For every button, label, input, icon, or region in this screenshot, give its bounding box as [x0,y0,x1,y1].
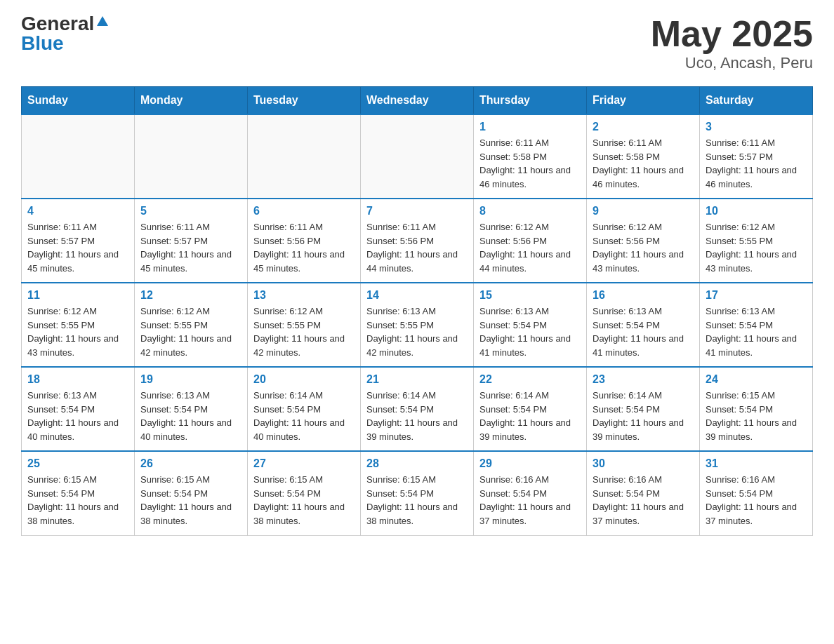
calendar-cell [361,114,474,199]
day-info: Sunrise: 6:11 AM Sunset: 5:57 PM Dayligh… [706,136,807,191]
day-of-week-wednesday: Wednesday [361,87,474,115]
day-number: 22 [479,373,581,386]
calendar-cell: 4Sunrise: 6:11 AM Sunset: 5:57 PM Daylig… [22,199,135,283]
calendar-cell: 10Sunrise: 6:12 AM Sunset: 5:55 PM Dayli… [700,199,813,283]
day-number: 25 [27,457,128,470]
day-info: Sunrise: 6:16 AM Sunset: 5:54 PM Dayligh… [479,473,581,528]
calendar-cell: 7Sunrise: 6:11 AM Sunset: 5:56 PM Daylig… [361,199,474,283]
day-of-week-sunday: Sunday [22,87,135,115]
calendar-table: SundayMondayTuesdayWednesdayThursdayFrid… [21,86,813,536]
calendar-cell: 25Sunrise: 6:15 AM Sunset: 5:54 PM Dayli… [22,451,135,535]
day-info: Sunrise: 6:14 AM Sunset: 5:54 PM Dayligh… [253,389,355,443]
calendar-cell: 19Sunrise: 6:13 AM Sunset: 5:54 PM Dayli… [135,367,248,451]
day-info: Sunrise: 6:13 AM Sunset: 5:54 PM Dayligh… [140,389,241,443]
day-info: Sunrise: 6:11 AM Sunset: 5:56 PM Dayligh… [253,220,355,275]
calendar-cell: 21Sunrise: 6:14 AM Sunset: 5:54 PM Dayli… [361,367,474,451]
calendar-cell: 24Sunrise: 6:15 AM Sunset: 5:54 PM Dayli… [700,367,813,451]
day-of-week-saturday: Saturday [700,87,813,115]
calendar-cell: 8Sunrise: 6:12 AM Sunset: 5:56 PM Daylig… [474,199,587,283]
calendar-cell: 26Sunrise: 6:15 AM Sunset: 5:54 PM Dayli… [135,451,248,535]
day-number: 5 [140,205,241,217]
calendar-cell: 5Sunrise: 6:11 AM Sunset: 5:57 PM Daylig… [135,199,248,283]
day-number: 31 [706,457,807,470]
day-info: Sunrise: 6:13 AM Sunset: 5:54 PM Dayligh… [27,389,128,443]
day-info: Sunrise: 6:11 AM Sunset: 5:57 PM Dayligh… [27,220,128,275]
day-number: 17 [706,289,807,302]
day-info: Sunrise: 6:13 AM Sunset: 5:54 PM Dayligh… [706,304,807,359]
calendar-cell: 23Sunrise: 6:14 AM Sunset: 5:54 PM Dayli… [587,367,700,451]
calendar-cell: 30Sunrise: 6:16 AM Sunset: 5:54 PM Dayli… [587,451,700,535]
day-number: 12 [140,289,241,302]
calendar-cell: 1Sunrise: 6:11 AM Sunset: 5:58 PM Daylig… [474,114,587,199]
day-number: 7 [366,205,468,217]
day-number: 28 [366,457,468,470]
day-info: Sunrise: 6:13 AM Sunset: 5:54 PM Dayligh… [479,304,581,359]
calendar-cell: 17Sunrise: 6:13 AM Sunset: 5:54 PM Dayli… [700,283,813,367]
day-of-week-monday: Monday [135,87,248,115]
calendar-cell: 12Sunrise: 6:12 AM Sunset: 5:55 PM Dayli… [135,283,248,367]
calendar-cell: 16Sunrise: 6:13 AM Sunset: 5:54 PM Dayli… [587,283,700,367]
location-text: Uco, Ancash, Peru [651,54,813,72]
day-info: Sunrise: 6:14 AM Sunset: 5:54 PM Dayligh… [479,389,581,443]
calendar-cell: 28Sunrise: 6:15 AM Sunset: 5:54 PM Dayli… [361,451,474,535]
day-number: 24 [706,373,807,386]
day-info: Sunrise: 6:15 AM Sunset: 5:54 PM Dayligh… [27,473,128,528]
day-info: Sunrise: 6:12 AM Sunset: 5:55 PM Dayligh… [706,220,807,275]
day-info: Sunrise: 6:14 AM Sunset: 5:54 PM Dayligh… [593,389,694,443]
day-number: 27 [253,457,355,470]
calendar-cell: 11Sunrise: 6:12 AM Sunset: 5:55 PM Dayli… [22,283,135,367]
logo: General Blue [21,14,108,53]
page-header: General Blue May 2025 Uco, Ancash, Peru [21,14,813,72]
day-number: 4 [27,205,128,217]
day-number: 1 [479,121,581,133]
calendar-cell: 22Sunrise: 6:14 AM Sunset: 5:54 PM Dayli… [474,367,587,451]
day-info: Sunrise: 6:12 AM Sunset: 5:55 PM Dayligh… [253,304,355,359]
calendar-cell [135,114,248,199]
calendar-cell: 31Sunrise: 6:16 AM Sunset: 5:54 PM Dayli… [700,451,813,535]
day-number: 23 [593,373,694,386]
day-info: Sunrise: 6:16 AM Sunset: 5:54 PM Dayligh… [593,473,694,528]
calendar-cell: 3Sunrise: 6:11 AM Sunset: 5:57 PM Daylig… [700,114,813,199]
day-info: Sunrise: 6:13 AM Sunset: 5:55 PM Dayligh… [366,304,468,359]
day-number: 2 [593,121,694,133]
day-number: 21 [366,373,468,386]
calendar-cell [248,114,361,199]
month-title: May 2025 [651,14,813,54]
day-number: 9 [593,205,694,217]
day-info: Sunrise: 6:13 AM Sunset: 5:54 PM Dayligh… [593,304,694,359]
day-of-week-thursday: Thursday [474,87,587,115]
day-info: Sunrise: 6:15 AM Sunset: 5:54 PM Dayligh… [140,473,241,528]
day-info: Sunrise: 6:12 AM Sunset: 5:55 PM Dayligh… [27,304,128,359]
day-info: Sunrise: 6:12 AM Sunset: 5:56 PM Dayligh… [593,220,694,275]
day-info: Sunrise: 6:11 AM Sunset: 5:56 PM Dayligh… [366,220,468,275]
day-info: Sunrise: 6:15 AM Sunset: 5:54 PM Dayligh… [366,473,468,528]
day-number: 8 [479,205,581,217]
calendar-cell: 15Sunrise: 6:13 AM Sunset: 5:54 PM Dayli… [474,283,587,367]
day-number: 16 [593,289,694,302]
calendar-cell: 13Sunrise: 6:12 AM Sunset: 5:55 PM Dayli… [248,283,361,367]
day-number: 11 [27,289,128,302]
calendar-cell: 29Sunrise: 6:16 AM Sunset: 5:54 PM Dayli… [474,451,587,535]
calendar-cell: 6Sunrise: 6:11 AM Sunset: 5:56 PM Daylig… [248,199,361,283]
day-number: 26 [140,457,241,470]
title-block: May 2025 Uco, Ancash, Peru [651,14,813,72]
day-number: 30 [593,457,694,470]
day-info: Sunrise: 6:15 AM Sunset: 5:54 PM Dayligh… [706,389,807,443]
day-info: Sunrise: 6:15 AM Sunset: 5:54 PM Dayligh… [253,473,355,528]
calendar-cell [22,114,135,199]
day-info: Sunrise: 6:11 AM Sunset: 5:57 PM Dayligh… [140,220,241,275]
calendar-cell: 20Sunrise: 6:14 AM Sunset: 5:54 PM Dayli… [248,367,361,451]
day-number: 18 [27,373,128,386]
day-number: 15 [479,289,581,302]
day-number: 19 [140,373,241,386]
calendar-cell: 27Sunrise: 6:15 AM Sunset: 5:54 PM Dayli… [248,451,361,535]
day-info: Sunrise: 6:14 AM Sunset: 5:54 PM Dayligh… [366,389,468,443]
calendar-cell: 9Sunrise: 6:12 AM Sunset: 5:56 PM Daylig… [587,199,700,283]
day-info: Sunrise: 6:11 AM Sunset: 5:58 PM Dayligh… [593,136,694,191]
day-number: 10 [706,205,807,217]
day-number: 20 [253,373,355,386]
day-info: Sunrise: 6:11 AM Sunset: 5:58 PM Dayligh… [479,136,581,191]
day-info: Sunrise: 6:12 AM Sunset: 5:55 PM Dayligh… [140,304,241,359]
calendar-cell: 14Sunrise: 6:13 AM Sunset: 5:55 PM Dayli… [361,283,474,367]
day-number: 6 [253,205,355,217]
